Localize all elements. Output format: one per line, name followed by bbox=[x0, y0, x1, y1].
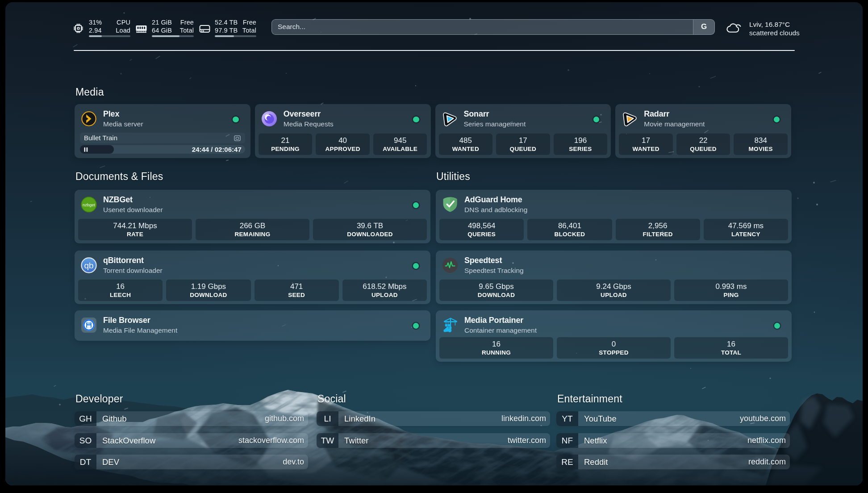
svg-text:nzbget: nzbget bbox=[83, 202, 96, 207]
svg-text:qb: qb bbox=[84, 261, 93, 270]
